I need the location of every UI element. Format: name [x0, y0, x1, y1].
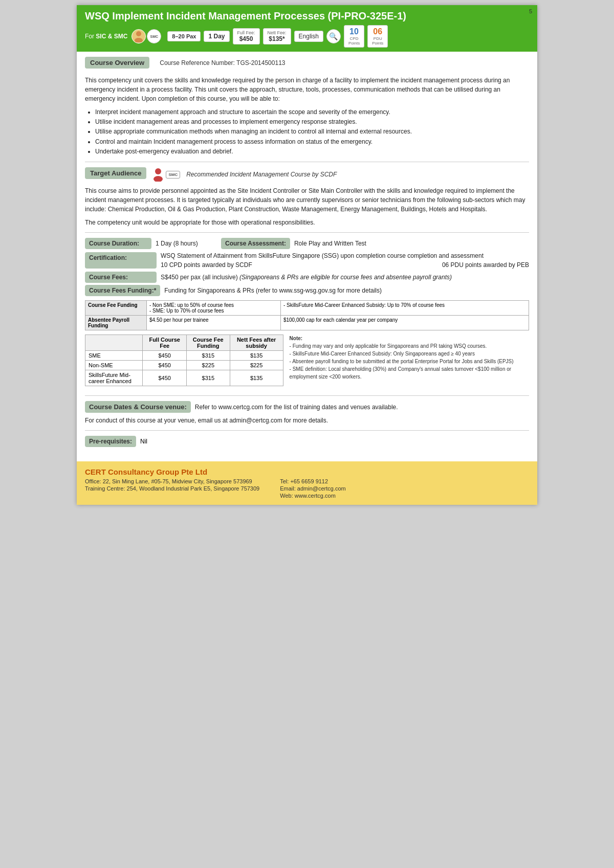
list-item: Undertake post-emergency evaluation and … [95, 147, 529, 157]
svg-point-2 [155, 168, 161, 174]
overview-body: This competency unit covers the skills a… [85, 76, 529, 103]
smc-badge: SMC [166, 171, 180, 179]
header-info-row: For SIC & SMC SMC 8–20 Pax [85, 25, 529, 48]
content: Course Overview Course Reference Number:… [77, 52, 537, 456]
sic-icon [152, 167, 164, 182]
absentee-left: $4.50 per hour per trainee [147, 315, 281, 330]
prerequisites-row: Pre-requisites: Nil [85, 436, 529, 447]
divider4 [85, 430, 529, 431]
table-row: SME $450 $315 $135 [85, 350, 283, 360]
header: WSQ Implement Incident Management Proces… [77, 5, 537, 52]
table-row: Absentee Payroll Funding $4.50 per hour … [85, 315, 529, 330]
nonsme-funding: $225 [186, 360, 230, 370]
footer-email: Email: admin@certcg.com [280, 485, 346, 492]
footer-tel: Tel: +65 6659 9112 [280, 478, 346, 484]
overview-bullets: Interpret incident management approach a… [95, 107, 529, 157]
footer-web: Web: www.certcg.com [280, 493, 346, 499]
sme-nett: $135 [230, 350, 283, 360]
course-overview-header: Course Overview Course Reference Number:… [85, 57, 529, 72]
list-item: Utilise appropriate communication method… [95, 127, 529, 137]
dates-value: Refer to www.certcg.com for the list of … [195, 404, 398, 411]
sme-full: $450 [143, 350, 186, 360]
absentee-right: $100,000 cap for each calendar year per … [280, 315, 529, 330]
duration-value: 1 Day (8 hours) [156, 238, 217, 249]
footer-company: CERT Consultancy Group Pte Ltd [85, 468, 529, 476]
avatar-group: SMC [131, 29, 161, 43]
footer-office: Office: 22, Sin Ming Lane, #05-75, Midvi… [85, 478, 259, 484]
target-icons: SMC [152, 167, 180, 182]
svg-point-1 [135, 38, 143, 42]
funding-right: - SkillsFuture Mid-Career Enhanced Subsi… [280, 300, 529, 315]
list-item: Control and maintain Incident management… [95, 137, 529, 147]
pdu-badge: 06 PDUPoints [367, 25, 388, 48]
cpd-badge: 10 CPDPoints [344, 25, 364, 48]
row-sme: SME [85, 350, 143, 360]
table-header-row: Full CourseFee Course FeeFunding Nett Fe… [85, 335, 283, 350]
svg-point-3 [154, 176, 163, 182]
for-label: For SIC & SMC [85, 33, 127, 40]
footer-training: Training Centre: 254, Woodland Industria… [85, 485, 259, 492]
pax-badge: 8–20 Pax [167, 31, 201, 41]
funding-label: Course Fees Funding:* [85, 285, 160, 296]
funding-row: Course Fees Funding:* Funding for Singap… [85, 285, 529, 296]
cert-value: WSQ Statement of Attainment from SkillsF… [161, 252, 529, 269]
fee-section: Full CourseFee Course FeeFunding Nett Fe… [85, 335, 529, 390]
fees-label: Course Fees: [85, 272, 157, 283]
fees-value: S$450 per pax (all inclusive) (Singapore… [161, 272, 529, 283]
target-recommended: Recommended Incident Management Course b… [186, 171, 337, 178]
skills-nett: $135 [230, 370, 283, 386]
language-badge: English [294, 31, 323, 42]
divider2 [85, 232, 529, 233]
table-row: SkillsFuture Mid- career Enhanced $450 $… [85, 370, 283, 386]
page-number: 5 [529, 8, 532, 14]
footer-left: Office: 22, Sin Ming Lane, #05-75, Midvi… [85, 478, 259, 499]
col-full-fee: Full CourseFee [143, 335, 186, 350]
nonsme-full: $450 [143, 360, 186, 370]
skills-funding: $315 [186, 370, 230, 386]
row-nonsme: Non-SME [85, 360, 143, 370]
divider3 [85, 395, 529, 396]
prereq-value: Nil [140, 438, 147, 445]
list-item: Interpret incident management approach a… [95, 107, 529, 117]
assessment-label: Course Assessment: [221, 238, 290, 249]
full-fee-badge: Full Fee: $450 [233, 28, 260, 44]
overview-label: Course Overview [85, 57, 149, 69]
duration-badge: 1 Day [204, 31, 229, 42]
dates-body: For conduct of this course at your venue… [85, 416, 529, 425]
fees-row: Course Fees: S$450 per pax (all inclusiv… [85, 272, 529, 283]
page: 5 WSQ Implement Incident Management Proc… [77, 5, 537, 505]
row-skills: SkillsFuture Mid- career Enhanced [85, 370, 143, 386]
funding-type-label: Course Fee Funding [85, 300, 147, 315]
footer-right: Tel: +65 6659 9112 Email: admin@certcg.c… [280, 478, 346, 499]
col-nett: Nett Fees aftersubsidy [230, 335, 283, 350]
footer-details: Office: 22, Sin Ming Lane, #05-75, Midvi… [85, 478, 529, 499]
target-body1: This course aims to provide personnel ap… [85, 186, 529, 214]
target-body2: The competency unit would be appropriate… [85, 218, 529, 227]
nonsme-nett: $225 [230, 360, 283, 370]
fee-breakdown-table: Full CourseFee Course FeeFunding Nett Fe… [85, 335, 283, 386]
funding-left: - Non SME: up to 50% of course fees - SM… [147, 300, 281, 315]
nett-fee-badge: Nett Fee: $135* [263, 28, 291, 44]
target-label: Target Audience [85, 167, 146, 179]
duration-assessment-row: Course Duration: 1 Day (8 hours) Course … [85, 238, 529, 249]
avatar-smc: SMC [147, 29, 161, 43]
duration-label: Course Duration: [85, 238, 151, 249]
certification-row: Certification: WSQ Statement of Attainme… [85, 252, 529, 269]
fee-note: Note: - Funding may vary and only applic… [290, 335, 529, 390]
absentee-label: Absentee Payroll Funding [85, 315, 147, 330]
search-icon[interactable]: 🔍 [326, 29, 341, 43]
assessment-value: Role Play and Written Test [294, 238, 366, 249]
dates-label: Course Dates & Course venue: [85, 401, 191, 413]
course-ref: Course Reference Number: TGS-2014500113 [160, 59, 285, 66]
header-title: WSQ Implement Incident Management Proces… [85, 10, 529, 22]
divider [85, 162, 529, 162]
list-item: Utilise incident management areas and pr… [95, 117, 529, 127]
col-type [85, 335, 143, 350]
cert-label: Certification: [85, 252, 157, 269]
target-audience-header: Target Audience SMC Recommended Incident… [85, 167, 529, 182]
prereq-label: Pre-requisites: [85, 436, 136, 447]
col-funding: Course FeeFunding [186, 335, 230, 350]
avatar-sic [131, 29, 146, 43]
funding-table: Course Fee Funding - Non SME: up to 50% … [85, 300, 529, 330]
funding-value: Funding for Singaporeans & PRs (refer to… [164, 285, 529, 296]
